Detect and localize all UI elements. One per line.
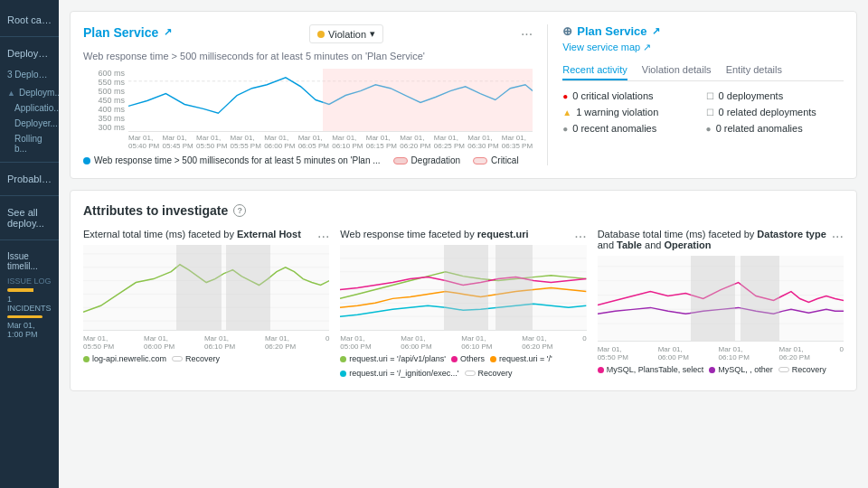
external-host-chart-area [83, 245, 329, 331]
entity-stats: ● 0 critical violations ☐ 0 deployments … [562, 90, 844, 134]
sidebar-divider-2 [0, 162, 59, 163]
sidebar-deploy-app[interactable]: Applicatio... [0, 100, 59, 116]
datastore-chart-header: Database total time (ms) faceted by Data… [598, 229, 844, 256]
request-uri-chart-header: Web response time faceted by request.uri… [340, 229, 586, 245]
entity-icon: ⊕ [562, 24, 572, 38]
incident-bar [7, 315, 42, 318]
chart-legend: Web response time > 500 milliseconds for… [83, 155, 533, 165]
attribute-charts: External total time (ms) faceted by Exte… [83, 229, 844, 378]
legend-ignition-dot [340, 371, 346, 377]
legend-api-plans-dot [340, 356, 346, 362]
datastore-chart-title: Database total time (ms) faceted by Data… [598, 229, 832, 250]
request-uri-chart: Web response time faceted by request.uri… [340, 229, 586, 378]
external-host-x-labels: Mar 01,05:50 PM Mar 01,06:00 PM Mar 01,0… [83, 334, 329, 351]
chart-violation-highlight [323, 69, 533, 131]
datastore-x-labels: Mar 01,05:50 PM Mar 01,06:00 PM Mar 01,0… [598, 345, 844, 361]
attributes-header: Attributes to investigate ? [83, 203, 844, 218]
stat-recent-anomalies: ● 0 recent anomalies [562, 123, 700, 134]
request-uri-chart-title: Web response time faceted by request.uri [340, 229, 528, 239]
legend-mysql-plans: MySQL, PlansTable, select [598, 365, 704, 374]
y-axis-labels: 600 ms 550 ms 500 ms 450 ms 400 ms 350 m… [83, 69, 128, 132]
stat-deployments: ☐ 0 deployments [706, 90, 844, 101]
x-axis-labels: Mar 01,05:40 PM Mar 01,05:45 PM Mar 01,0… [128, 134, 533, 150]
chart-header: Plan Service ↗ Violation ▾ ··· [83, 24, 533, 43]
stat-related-deployments: ☐ 0 related deployments [706, 107, 844, 117]
sidebar-deploy-rolling[interactable]: Rolling b... [0, 131, 59, 156]
legend-pill-critical [473, 157, 487, 164]
sidebar-divider-4 [0, 239, 59, 240]
stat-critical-violations: ● 0 critical violations [562, 90, 700, 101]
triangle-yellow-icon: ▲ [562, 108, 571, 117]
external-link-icon[interactable]: ↗ [164, 26, 172, 38]
legend-recovery-2: Recovery [465, 369, 513, 378]
view-service-map-link[interactable]: View service map ↗ [562, 42, 844, 53]
tab-recent-activity[interactable]: Recent activity [562, 61, 627, 80]
legend-recovery-pill-1 [172, 356, 183, 361]
external-host-highlight-1 [176, 245, 221, 330]
sidebar-deployments-count: 3 Deployments [0, 64, 59, 85]
chart-panel: Plan Service ↗ Violation ▾ ··· Web respo… [83, 24, 548, 165]
chart-svg-area [128, 69, 533, 132]
sidebar-item-deployment[interactable]: Deployment [0, 42, 59, 64]
check-box-icon: ☐ [706, 91, 714, 101]
datastore-more-btn[interactable]: ··· [832, 229, 844, 245]
external-host-highlight-2 [226, 245, 270, 330]
external-host-chart: External total time (ms) faceted by Exte… [83, 229, 329, 378]
entity-tabs: Recent activity Violation details Entity… [562, 61, 844, 81]
sidebar-divider-3 [0, 195, 59, 196]
datastore-chart: Database total time (ms) faceted by Data… [598, 229, 844, 378]
plan-service-title: Plan Service ↗ [83, 25, 172, 40]
sidebar-deploy-deployer[interactable]: Deployer... [0, 116, 59, 131]
legend-recovery-pill-2 [465, 371, 476, 376]
response-time-chart: 600 ms 550 ms 500 ms 450 ms 400 ms 350 m… [83, 69, 533, 150]
datastore-highlight-2 [741, 256, 780, 341]
legend-dot-blue [83, 157, 90, 164]
request-uri-chart-area [340, 245, 586, 331]
more-options-btn[interactable]: ··· [521, 26, 533, 42]
sidebar-item-root-cause[interactable]: Root cause [0, 9, 59, 31]
circle-grey-icon: ● [562, 124, 568, 134]
request-uri-highlight-2 [495, 245, 533, 330]
datastore-chart-area [598, 256, 844, 342]
legend-root: request.uri = '/' [490, 354, 552, 363]
legend-line: Web response time > 500 milliseconds for… [83, 155, 381, 165]
info-icon[interactable]: ? [233, 204, 246, 217]
violation-dot [317, 31, 325, 38]
orange-progress-bar [7, 288, 52, 292]
legend-recovery-1: Recovery [172, 354, 220, 363]
legend-mysql-other-dot [709, 367, 715, 373]
see-all-deploys-btn[interactable]: See all deploy... [0, 202, 59, 234]
external-host-more-btn[interactable]: ··· [317, 229, 329, 245]
legend-mysql-plans-dot [598, 367, 604, 373]
request-uri-highlight-1 [444, 245, 488, 330]
legend-others-dot [451, 356, 458, 362]
sidebar-deploy-parent[interactable]: ▲ Deploym... [0, 85, 59, 100]
tab-entity-details[interactable]: Entity details [726, 61, 782, 80]
external-host-chart-title: External total time (ms) faceted by Exte… [83, 229, 301, 239]
datastore-highlight-1 [691, 256, 735, 341]
stat-warning-violations: ▲ 1 warning violation [562, 107, 700, 117]
entity-external-link-icon[interactable]: ↗ [652, 25, 660, 37]
entity-panel: ⊕ Plan Service ↗ View service map ↗ Rece… [562, 24, 844, 165]
legend-critical: Critical [473, 155, 519, 165]
expand-icon: ▲ [7, 89, 15, 98]
request-uri-x-labels: Mar 01,05:00 PM Mar 01,06:00 PM Mar 01,0… [340, 334, 586, 351]
external-host-legend: log-api.newrelic.com Recovery [83, 354, 329, 363]
legend-recovery-pill-3 [778, 367, 789, 372]
entity-title: ⊕ Plan Service ↗ [562, 24, 844, 38]
violation-badge[interactable]: Violation ▾ [309, 24, 383, 43]
legend-log-api: log-api.newrelic.com [83, 354, 166, 363]
request-uri-more-btn[interactable]: ··· [574, 229, 586, 245]
legend-root-dot [490, 356, 496, 362]
datastore-legend: MySQL, PlansTable, select MySQL, , other… [598, 365, 844, 374]
circle-grey-2-icon: ● [706, 124, 712, 134]
sidebar-item-probable-cause[interactable]: Probable cau... [0, 168, 59, 190]
plan-service-card: Plan Service ↗ Violation ▾ ··· Web respo… [70, 11, 857, 179]
check-box-related-icon: ☐ [706, 108, 714, 117]
external-host-chart-header: External total time (ms) faceted by Exte… [83, 229, 329, 245]
legend-degradation: Degradation [393, 155, 460, 165]
legend-mysql-other: MySQL, , other [709, 365, 773, 374]
tab-violation-details[interactable]: Violation details [642, 61, 712, 80]
sidebar-divider-1 [0, 36, 59, 37]
stat-related-anomalies: ● 0 related anomalies [706, 123, 844, 134]
